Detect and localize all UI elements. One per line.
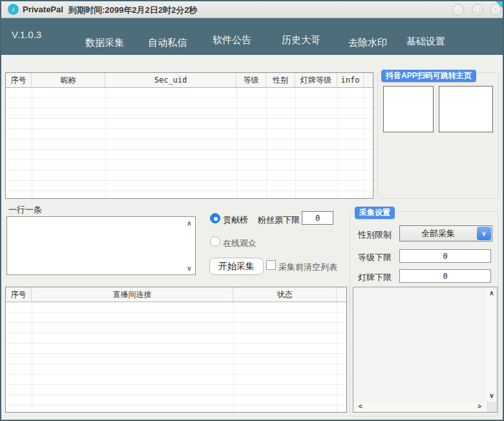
column-divider	[105, 88, 106, 198]
scroll-up-icon[interactable]: ∧	[487, 289, 497, 297]
nav-item-settings[interactable]: 基础设置	[406, 36, 445, 48]
maximize-button[interactable]: ▢	[472, 4, 483, 15]
scrollbar-corner	[487, 402, 497, 412]
nav-item-watermark[interactable]: 去除水印	[348, 37, 387, 49]
gender-limit-label: 性别限制	[358, 229, 392, 241]
col-nickname[interactable]: 昵称	[32, 73, 105, 87]
app-logo-icon: ♪	[8, 4, 19, 15]
clear-list-checkbox-label[interactable]: 采集前清空列表	[278, 262, 337, 273]
qr-code-placeholder-1	[383, 86, 434, 132]
nav-item-announcement[interactable]: 软件公告	[213, 34, 251, 46]
level-min-label: 等级下限	[358, 252, 392, 263]
room-table-body	[6, 302, 346, 412]
batch-input-textarea[interactable]	[7, 217, 184, 274]
col-room-link[interactable]: 直播间连接	[32, 287, 233, 302]
room-table: 序号 直播间连接 状态	[5, 287, 347, 413]
app-window: ♪ PrivatePal 到期时间:2099年2月2日2时2分2秒 – ▢ ✕ …	[0, 0, 504, 421]
collect-settings-tag: 采集设置	[355, 207, 395, 219]
user-table-body	[6, 88, 373, 198]
column-divider	[236, 88, 237, 198]
col-index[interactable]: 序号	[6, 73, 32, 87]
col-filler	[337, 287, 346, 302]
clear-list-checkbox[interactable]	[266, 260, 276, 270]
col-sec-uid[interactable]: Sec_uid	[105, 73, 236, 87]
result-log-box: ∧ ∨ < >	[353, 287, 498, 413]
col-filler	[364, 73, 373, 87]
col-status[interactable]: 状态	[233, 287, 337, 302]
version-label: V.1.0.3	[12, 29, 41, 40]
close-button[interactable]: ✕	[490, 4, 501, 15]
level-min-input[interactable]	[399, 249, 491, 263]
user-table-header: 序号 昵称 Sec_uid 等级 性别 灯牌等级 info	[6, 73, 373, 88]
col-level[interactable]: 等级	[236, 73, 266, 87]
gender-limit-value: 全部采集	[400, 226, 476, 241]
nav-bar: V.1.0.3 数据采集 自动私信 软件公告 历史大哥 去除水印 基础设置	[1, 18, 503, 55]
column-divider	[364, 88, 364, 198]
collect-settings-panel: 采集设置 性别限制 全部采集 ∨ 等级下限 灯牌下限 ∧ ∨ < >	[350, 211, 499, 416]
user-table: 序号 昵称 Sec_uid 等级 性别 灯牌等级 info	[5, 72, 373, 199]
scroll-left-icon[interactable]: <	[355, 403, 366, 411]
radio-online-label[interactable]: 在线观众	[223, 238, 257, 249]
scroll-down-icon[interactable]: ∨	[487, 392, 497, 400]
column-divider	[32, 88, 32, 198]
column-divider	[337, 88, 338, 198]
qr-panel: 抖音APP扫码可跳转主页	[377, 72, 499, 199]
scroll-right-icon[interactable]: >	[474, 403, 485, 411]
nav-item-history[interactable]: 历史大哥	[282, 34, 320, 46]
fans-ticket-label: 粉丝票下限	[258, 214, 300, 226]
room-table-header: 序号 直播间连接 状态	[6, 287, 346, 302]
minimize-button[interactable]: –	[452, 4, 464, 15]
start-collect-button[interactable]: 开始采集	[209, 258, 264, 275]
batch-input-label: 一行一条	[8, 204, 42, 216]
column-divider	[337, 302, 337, 412]
scroll-up-icon[interactable]: ∧	[185, 220, 194, 227]
column-divider	[32, 302, 32, 412]
gender-limit-dropdown[interactable]: 全部采集 ∨	[399, 225, 492, 241]
radio-contribution-list[interactable]	[210, 213, 220, 223]
col-gender[interactable]: 性别	[266, 73, 295, 87]
badge-min-input[interactable]	[399, 269, 491, 283]
col-badge-level[interactable]: 灯牌等级	[295, 73, 337, 87]
column-divider	[266, 88, 267, 198]
col-info[interactable]: info	[337, 73, 364, 87]
badge-min-label: 灯牌下限	[358, 272, 392, 283]
col-index[interactable]: 序号	[6, 287, 32, 302]
column-divider	[233, 302, 234, 412]
vertical-scrollbar[interactable]: ∧ ∨	[487, 287, 497, 402]
qr-panel-tag: 抖音APP扫码可跳转主页	[381, 70, 476, 82]
qr-code-placeholder-2	[439, 86, 493, 132]
app-title: PrivatePal	[23, 5, 63, 14]
column-divider	[295, 88, 296, 198]
titlebar: ♪ PrivatePal 到期时间:2099年2月2日2时2分2秒 – ▢ ✕	[1, 1, 503, 18]
fans-ticket-input[interactable]	[302, 211, 333, 225]
radio-online-viewers[interactable]	[210, 236, 220, 247]
horizontal-scrollbar[interactable]: < >	[353, 402, 487, 412]
expiry-time-text: 到期时间:2099年2月2日2时2分2秒	[68, 5, 197, 16]
batch-input-area: ∧ ∨	[6, 216, 196, 275]
radio-contribution-label[interactable]: 贡献榜	[223, 214, 248, 226]
scroll-down-icon[interactable]: ∨	[185, 265, 194, 272]
nav-item-data-collect[interactable]: 数据采集	[85, 37, 124, 49]
chevron-down-icon[interactable]: ∨	[477, 227, 491, 240]
nav-item-auto-message[interactable]: 自动私信	[148, 37, 187, 49]
